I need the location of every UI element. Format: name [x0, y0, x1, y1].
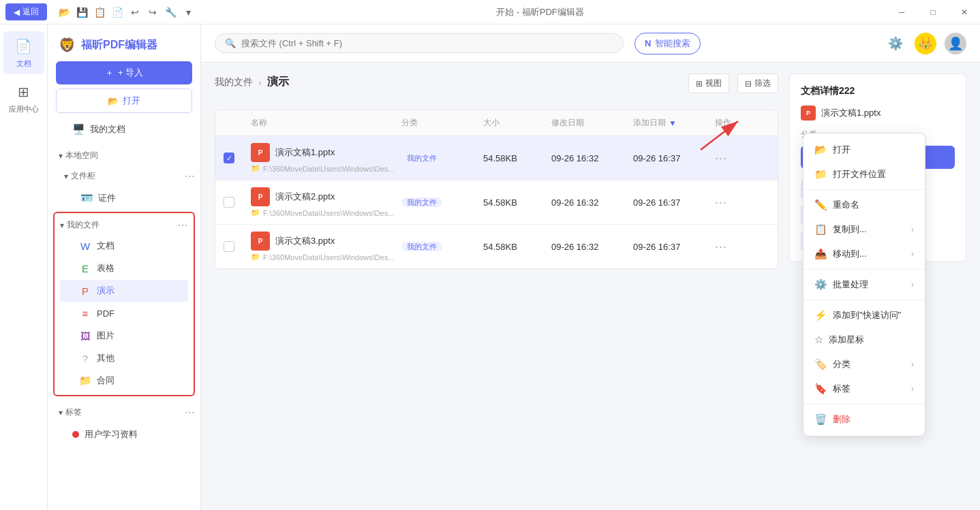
ctx-star[interactable]: ☆ 添加星标 [803, 328, 925, 352]
import-button[interactable]: ＋ + 导入 [56, 61, 192, 84]
minimize-button[interactable]: ─ [886, 0, 917, 25]
my-docs-label: 我的文档 [90, 123, 125, 136]
nav-item-contract[interactable]: 📁 合同 [60, 370, 188, 392]
row1-checkbox[interactable]: ✓ [224, 153, 251, 163]
copy-icon[interactable]: 📋 [93, 6, 106, 18]
my-files-more-icon[interactable]: ⋯ [177, 219, 188, 232]
new-file-icon[interactable]: 📄 [111, 6, 123, 18]
row3-name-cell: P 演示文稿3.pptx 📁 F:\360MoveData\Users\Wind… [251, 232, 401, 261]
tags-header: ▾ 标签 ⋯ [48, 402, 200, 423]
tags-toggle[interactable]: ▾ 标签 [59, 407, 82, 418]
nav-item-present[interactable]: P 演示 [60, 280, 188, 302]
my-files-label: 我的文件 [67, 219, 99, 231]
view-button[interactable]: ⊞ 视图 [688, 74, 729, 93]
logo: 🦁 福昕PDF编辑器 [48, 31, 200, 61]
row2-checkbox[interactable] [224, 197, 251, 208]
table-row[interactable]: P 演示文稿2.pptx 📁 F:\360MoveData\Users\Wind… [215, 180, 778, 225]
sort-icon: ▼ [669, 118, 677, 128]
table-row[interactable]: ✓ P 演示文稿1.pptx 📁 F:\360MoveData\Users\Wi… [215, 136, 778, 180]
ctx-rename[interactable]: ✏️ 重命名 [803, 193, 925, 217]
row3-path: 📁 F:\360MoveData\Users\Windows\Des... [251, 253, 401, 261]
nav-item-doc[interactable]: W 文档 [60, 235, 188, 257]
my-files-toggle[interactable]: ▾ 我的文件 [60, 219, 99, 231]
open-icon: 📂 [108, 96, 119, 106]
maximize-button[interactable]: □ [917, 0, 949, 25]
back-button[interactable]: ◀ 返回 [5, 3, 47, 20]
ai-search-button[interactable]: N 智能搜索 [634, 33, 701, 54]
other-icon: ? [79, 352, 91, 364]
nav-item-table[interactable]: E 表格 [60, 257, 188, 279]
present-icon: P [79, 285, 91, 297]
ctx-category-arrow: › [911, 360, 914, 369]
filter-button[interactable]: ⊟ 筛选 [737, 74, 778, 93]
detail-filename-text: 演示文稿1.pptx [821, 107, 881, 119]
redo-icon[interactable]: ↪ [147, 6, 159, 18]
nav-item-certificate[interactable]: 🪪 证件 [53, 187, 195, 209]
row2-more-button[interactable]: ··· [715, 195, 769, 210]
save-icon[interactable]: 💾 [76, 6, 88, 18]
ctx-open-location[interactable]: 📁 打开文件位置 [803, 162, 925, 187]
row1-category: 我的文件 [401, 153, 483, 163]
col-size: 大小 [483, 117, 551, 129]
nav-item-pdf[interactable]: ≡ PDF [60, 302, 188, 324]
ctx-open[interactable]: 📂 打开 [803, 138, 925, 162]
left-navigation: 🦁 福昕PDF编辑器 ＋ + 导入 📂 打开 🖥️ 我的文档 ▾ 本地空间 [48, 25, 201, 510]
arrow-right-icon: ▾ [64, 172, 68, 181]
folder-icon: 📁 [251, 164, 260, 173]
row1-name-main: P 演示文稿1.pptx [251, 143, 401, 162]
row2-size: 54.58KB [483, 197, 551, 208]
doc-icon: W [79, 240, 91, 252]
ctx-delete[interactable]: 🗑️ 删除 [803, 407, 925, 432]
search-box[interactable]: 🔍 [215, 33, 624, 53]
file-main: 我的文件 › 演示 ⊞ 视图 ⊟ 筛选 [215, 74, 778, 499]
ctx-quick-access[interactable]: ⚡ 添加到"快速访问" [803, 303, 925, 328]
undo-icon[interactable]: ↩ [129, 6, 141, 18]
open-button[interactable]: 📂 打开 [56, 89, 192, 113]
contract-icon: 📁 [79, 374, 91, 387]
dropdown-icon[interactable]: ▾ [182, 6, 194, 18]
row1-category-tag: 我的文件 [401, 153, 442, 163]
sidebar-item-document[interactable]: 📄 文档 [3, 31, 44, 74]
premium-icon[interactable]: 👑 [915, 33, 936, 54]
ctx-category-label: 分类 [833, 358, 851, 370]
ctx-move-to[interactable]: 📤 移动到... › [803, 242, 925, 266]
nav-item-my-docs[interactable]: 🖥️ 我的文档 [53, 118, 195, 140]
cabinet-toggle[interactable]: ▾ 文件柜 [64, 170, 95, 182]
search-input[interactable] [241, 38, 613, 48]
row2-category: 我的文件 [401, 197, 483, 208]
folder-open-icon[interactable]: 📂 [58, 6, 70, 18]
ctx-star-label: 添加星标 [829, 334, 864, 346]
title-bar-icons: 📂 💾 📋 📄 ↩ ↪ 🔧 ▾ [50, 6, 194, 18]
tools-icon[interactable]: 🔧 [164, 6, 177, 18]
filter-icon: ⊟ [745, 79, 752, 89]
close-button[interactable]: ✕ [949, 0, 980, 25]
breadcrumb: 我的文件 › 演示 [215, 75, 289, 89]
nav-item-other[interactable]: ? 其他 [60, 347, 188, 369]
table-row[interactable]: P 演示文稿3.pptx 📁 F:\360MoveData\Users\Wind… [215, 225, 778, 269]
ctx-batch[interactable]: ⚙️ 批量处理 › [803, 272, 925, 297]
ctx-copy-to[interactable]: 📋 复制到... › [803, 217, 925, 242]
ctx-move-icon: 📤 [814, 248, 827, 260]
nav-item-image[interactable]: 🖼 图片 [60, 325, 188, 347]
my-docs-section: 🖥️ 我的文档 [48, 118, 200, 140]
sidebar-item-app-center[interactable]: ⊞ 应用中心 [3, 77, 44, 120]
local-space-header: ▾ 本地空间 [48, 146, 200, 165]
breadcrumb-parent[interactable]: 我的文件 [215, 76, 253, 89]
nav-tag-item[interactable]: 用户学习资料 [53, 424, 195, 445]
back-label: 返回 [22, 6, 39, 18]
ctx-category[interactable]: 🏷️ 分类 › [803, 352, 925, 377]
col-add-date-header: 添加日期 ▼ [633, 117, 715, 129]
row3-more-button[interactable]: ··· [715, 240, 769, 254]
row1-more-button[interactable]: ··· [715, 151, 769, 165]
my-files-section: ▾ 我的文件 ⋯ W 文档 E 表格 P 演示 ≡ PDF � [53, 212, 195, 396]
avatar-icon[interactable]: 👤 [945, 33, 966, 54]
col-name: 名称 [251, 117, 401, 129]
row3-checkbox[interactable] [224, 241, 251, 252]
cabinet-more-icon[interactable]: ⋯ [184, 170, 195, 182]
ctx-tag[interactable]: 🔖 标签 › [803, 377, 925, 401]
local-space-toggle[interactable]: ▾ 本地空间 [59, 150, 98, 161]
row3-size: 54.58KB [483, 242, 551, 252]
tags-more-icon[interactable]: ⋯ [184, 406, 195, 419]
tag-label: 用户学习资料 [85, 428, 138, 441]
settings-icon[interactable]: ⚙️ [885, 33, 906, 54]
